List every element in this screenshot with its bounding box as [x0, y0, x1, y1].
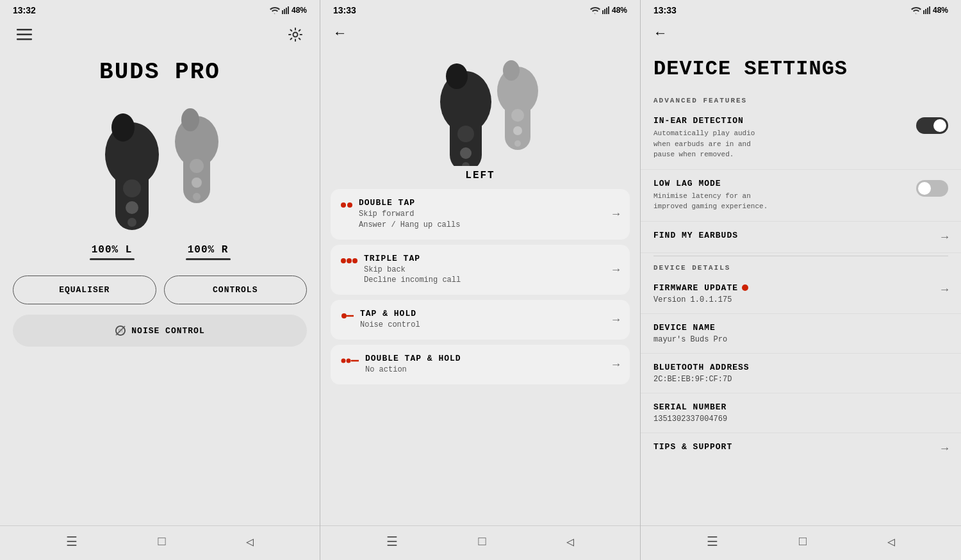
left-earbud-svg: [410, 57, 551, 166]
svg-point-45: [347, 358, 351, 363]
nav-menu-icon-3[interactable]: ☰: [707, 534, 718, 550]
screen-main: 13:32 48%: [0, 0, 320, 560]
battery-right-bar: [186, 258, 231, 260]
triple-tap-text: TRIPLE TAP Skip backDecline incoming cal…: [364, 254, 461, 286]
low-lag-toggle[interactable]: [916, 180, 948, 197]
device-name-item[interactable]: DEVICE NAME mayur's Buds Pro: [641, 314, 961, 354]
nav-back-icon-2[interactable]: ◁: [566, 534, 574, 550]
nav-home-icon-3[interactable]: □: [799, 534, 807, 549]
svg-point-13: [127, 218, 136, 227]
bluetooth-item[interactable]: BLUETOOTH ADDRESS 2C:BE:EB:9F:CF:7D: [641, 354, 961, 393]
equaliser-button[interactable]: EQUALISER: [13, 276, 156, 304]
bottom-nav-2: ☰ □ ◁: [320, 525, 640, 560]
svg-point-19: [193, 193, 201, 201]
tips-label: TIPS & SUPPORT: [653, 442, 941, 452]
bottom-nav-1: ☰ □ ◁: [0, 525, 320, 560]
control-double-tap[interactable]: DOUBLE TAP Skip forwardAnswer / Hang up …: [331, 189, 630, 240]
device-name-label: DEVICE NAME: [653, 323, 948, 333]
bottom-nav-3: ☰ □ ◁: [641, 525, 961, 560]
nav-menu-icon[interactable]: ☰: [66, 534, 78, 550]
chevron-right-3: →: [612, 313, 620, 326]
wifi-icon-2: [590, 6, 600, 14]
find-earbuds-item[interactable]: FIND MY EARBUDS →: [641, 222, 961, 253]
back-button-3[interactable]: ←: [653, 23, 667, 44]
device-settings-title: DEVICE SETTINGS: [641, 52, 961, 92]
action-buttons: EQUALISER CONTROLS: [0, 265, 320, 312]
double-tap-hold-desc: No action: [365, 365, 461, 375]
low-lag-toggle-knob: [918, 182, 931, 195]
controls-button[interactable]: CONTROLS: [164, 276, 308, 304]
back-button-2[interactable]: ←: [333, 23, 347, 44]
battery-text-2: 48%: [612, 6, 627, 15]
in-ear-detection-item[interactable]: IN-EAR DETECTION Automatically play audi…: [641, 107, 961, 170]
battery-left-bar: [90, 258, 135, 260]
nav-home-icon-2[interactable]: □: [478, 534, 486, 549]
earbud-side-label: LEFT: [320, 167, 640, 189]
control-tap-hold[interactable]: TAP & HOLD Noise control →: [331, 300, 630, 340]
low-lag-mode-item[interactable]: LOW LAG MODE Minimise latency for animpr…: [641, 170, 961, 222]
svg-rect-48: [925, 9, 926, 14]
svg-point-33: [503, 60, 520, 81]
battery-text-1: 48%: [292, 6, 307, 15]
battery-right: 100% R: [186, 244, 231, 260]
in-ear-text: IN-EAR DETECTION Automatically play audi…: [653, 116, 916, 160]
svg-rect-21: [602, 10, 604, 14]
control-triple-tap[interactable]: TRIPLE TAP Skip backDecline incoming cal…: [331, 245, 630, 295]
app-title: BUDS PRO: [0, 54, 320, 95]
in-ear-desc: Automatically play audiowhen earbuds are…: [653, 128, 916, 160]
in-ear-toggle[interactable]: [916, 117, 948, 134]
triple-tap-action: TRIPLE TAP: [364, 254, 461, 263]
firmware-update-item[interactable]: FIRMWARE UPDATE Version 1.0.1.175 →: [641, 274, 961, 314]
svg-point-34: [511, 109, 524, 122]
device-name-text: DEVICE NAME mayur's Buds Pro: [653, 323, 948, 344]
in-ear-label: IN-EAR DETECTION: [653, 116, 916, 126]
control-double-tap-hold-left: DOUBLE TAP & HOLD No action: [341, 354, 612, 375]
top-bar-3: ←: [641, 18, 961, 52]
double-tap-text: DOUBLE TAP Skip forwardAnswer / Hang up …: [359, 198, 460, 231]
double-hold-dot-icon: [341, 358, 359, 364]
gear-icon: [288, 27, 303, 42]
firmware-version: Version 1.0.1.175: [653, 295, 941, 304]
screen-device-settings: 13:33 48% ← DEVICE SETTINGS ADVANCED FEA…: [641, 0, 961, 560]
status-icons-2: 48%: [590, 6, 627, 15]
menu-button[interactable]: [13, 23, 36, 46]
status-icons-1: 48%: [270, 6, 307, 15]
settings-button[interactable]: [284, 23, 307, 46]
find-earbuds-label: FIND MY EARBUDS: [653, 231, 941, 240]
nav-menu-icon-2[interactable]: ☰: [386, 534, 398, 550]
serial-number-item[interactable]: SERIAL NUMBER 1351302337004769: [641, 393, 961, 433]
status-bar-2: 13:33 48%: [320, 0, 640, 18]
noise-control-button[interactable]: NOISE CONTROL: [13, 315, 307, 347]
top-bar-1: [0, 18, 320, 54]
battery-info: 100% L 100% R: [0, 236, 320, 265]
section-divider: [653, 256, 948, 256]
nav-back-icon-3[interactable]: ◁: [887, 534, 895, 550]
double-dot-icon: [341, 202, 352, 208]
control-double-tap-left: DOUBLE TAP Skip forwardAnswer / Hang up …: [341, 198, 612, 231]
control-triple-tap-left: TRIPLE TAP Skip backDecline incoming cal…: [341, 254, 612, 286]
firmware-chevron: →: [941, 283, 948, 296]
svg-point-37: [341, 202, 346, 208]
tips-support-item[interactable]: TIPS & SUPPORT →: [641, 433, 961, 464]
noise-control-icon: [115, 325, 126, 336]
triple-tap-icon: [341, 256, 357, 267]
serial-label: SERIAL NUMBER: [653, 402, 948, 412]
chevron-right-4: →: [612, 358, 620, 371]
svg-rect-6: [17, 38, 32, 40]
double-tap-hold-action: DOUBLE TAP & HOLD: [365, 354, 461, 363]
in-ear-toggle-knob: [933, 119, 946, 132]
chevron-right-2: →: [612, 263, 620, 276]
control-double-tap-hold[interactable]: DOUBLE TAP & HOLD No action →: [331, 345, 630, 384]
firmware-label: FIRMWARE UPDATE: [653, 283, 941, 293]
double-tap-action: DOUBLE TAP: [359, 198, 460, 208]
screen-controls: 13:33 48% ←: [320, 0, 641, 560]
status-icons-3: 48%: [911, 6, 948, 15]
svg-rect-22: [604, 9, 605, 14]
nav-back-icon[interactable]: ◁: [246, 534, 254, 550]
control-tap-hold-left: TAP & HOLD Noise control: [341, 309, 612, 331]
svg-rect-5: [17, 34, 32, 36]
triple-tap-desc: Skip backDecline incoming call: [364, 265, 461, 286]
nav-home-icon[interactable]: □: [158, 534, 165, 549]
svg-point-39: [341, 258, 346, 263]
svg-rect-49: [927, 8, 928, 14]
